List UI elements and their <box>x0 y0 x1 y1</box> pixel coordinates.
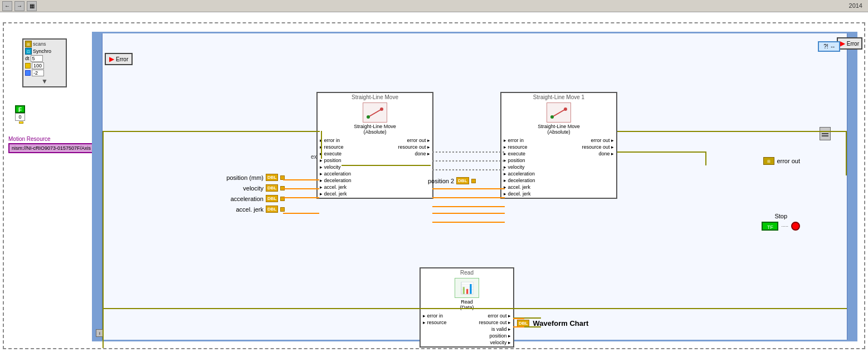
slm2-icon-row <box>501 102 616 123</box>
slm1-left-ports: ▸ error in ▸ resource ▸ execute ▸ positi… <box>320 138 352 197</box>
slm2-port-error-in: ▸ error in <box>504 138 535 143</box>
slm1-port-error-in: ▸ error in <box>320 138 352 143</box>
minus-row <box>25 70 64 76</box>
right-top-wire-h <box>617 131 847 132</box>
bundle-connector <box>820 127 831 140</box>
svg-line-0 <box>368 109 382 117</box>
slm1-icon-row <box>318 102 432 123</box>
scan-controls: ⊞ scans ⊡ Synchro dt <box>22 38 67 87</box>
angle-row <box>25 62 64 69</box>
read-right-ports: error out ▸ resource out ▸ is valid ▸ po… <box>479 313 511 345</box>
read-port-position: position ▸ <box>479 333 511 339</box>
slm2-icon <box>547 102 571 123</box>
vel-wire2-h <box>432 188 505 189</box>
read-ports: ▸ error in ▸ resource error out ▸ resour… <box>421 312 513 346</box>
sync-icon: ⊡ <box>25 48 32 55</box>
error-in-container: ▶ Error <box>105 53 133 65</box>
back-icon[interactable]: ← <box>2 1 12 11</box>
right-boolean-label: ?! <box>823 43 828 50</box>
position2-type: DBL <box>458 178 467 183</box>
dt-input[interactable] <box>31 55 43 62</box>
slm2-port-position: ▸ position <box>504 158 535 163</box>
slm1-ports: ▸ error in ▸ resource ▸ execute ▸ positi… <box>318 136 432 198</box>
velocity-label: velocity <box>213 185 264 192</box>
svg-point-1 <box>380 107 383 111</box>
decel-jerk-wire-h <box>432 222 505 223</box>
slm1-icon-svg <box>366 105 384 120</box>
slm1-port-acceleration: ▸ acceleration <box>320 171 352 177</box>
f-bool-container: F <box>15 105 27 124</box>
bottom-wire-h <box>103 308 847 309</box>
slm1-port-accel-jerk: ▸ accel. jerk <box>320 184 352 190</box>
dt-label: dt <box>25 56 30 61</box>
scan-icon: ⊞ <box>25 41 32 47</box>
timed-loop: i ▶ Error TF execute position (mm) <box>92 32 857 341</box>
slm1-port-resource-out: resource out ▸ <box>398 144 430 150</box>
slm-box-2: Straight-Line Move 1 Straight-Line Move(… <box>500 92 617 199</box>
stop-dots: ····· <box>781 223 788 229</box>
resource-wire-v1 <box>321 131 322 159</box>
minus-input[interactable] <box>32 70 44 76</box>
stop-tf[interactable]: TF <box>762 222 778 231</box>
sync-label: Synchro <box>33 48 51 54</box>
read-port-resource-out: resource out ▸ <box>479 320 511 325</box>
canvas-area: ⊞ scans ⊡ Synchro dt <box>0 12 868 352</box>
slm2-right-ports: error out ▸ resource out ▸ done ▸ <box>582 138 614 197</box>
acc-wire2-h <box>432 197 505 198</box>
accel-jerk-dbl: DBL <box>266 206 278 213</box>
velocity-row: velocity DBL <box>213 184 285 192</box>
toolbar: ← → ▦ 2014 <box>0 0 868 12</box>
read-port-resource: ▸ resource <box>423 320 447 325</box>
angle-input[interactable] <box>32 62 44 69</box>
slm2-port-resource: ▸ resource <box>504 144 535 150</box>
right-boolean-terminal: ?! -- <box>818 41 840 52</box>
year-label: 2014 <box>849 2 862 9</box>
slm1-port-error-out: error out ▸ <box>398 138 430 143</box>
stop-label: Stop <box>774 213 787 219</box>
svg-point-4 <box>564 107 567 111</box>
slm2-icon-svg <box>550 105 568 120</box>
error-right-wire <box>617 151 706 153</box>
slm2-port-resource-out: resource out ▸ <box>582 144 614 150</box>
slm1-title-text: Straight-Line Move <box>352 94 398 100</box>
position-mm-dbl: DBL <box>266 174 278 181</box>
read-port-error-out: error out ▸ <box>479 313 511 319</box>
position2-dot <box>471 179 476 183</box>
forward-icon[interactable]: → <box>14 1 25 11</box>
sync-row: ⊡ Synchro <box>25 48 64 55</box>
read-title: Read <box>421 268 513 277</box>
decel-wire-h <box>432 206 505 207</box>
f-indicator <box>19 121 23 124</box>
stop-button[interactable] <box>791 222 800 231</box>
slm2-port-error-out: error out ▸ <box>582 138 614 143</box>
slm2-port-deceleration: ▸ deceleration <box>504 178 535 183</box>
position2-container: position 2 DBL <box>428 177 476 184</box>
slm2-subtitle: Straight-Line Move(Absolute) <box>501 124 616 135</box>
slm1-title: Straight-Line Move <box>318 93 432 101</box>
dotted-wire-resource <box>432 160 505 162</box>
error-right-wire-v <box>705 151 706 165</box>
slm1-right-ports: error out ▸ resource out ▸ done ▸ <box>398 138 430 197</box>
slm1-port-execute: ▸ execute <box>320 151 352 157</box>
error-triangle: ▶ <box>109 55 114 63</box>
jerk-wire-h <box>283 213 319 214</box>
stop-section: Stop TF ····· <box>762 213 800 231</box>
waveform-wire <box>513 326 524 327</box>
execute-wire <box>342 165 431 166</box>
right-error-triangle: ▶ <box>840 40 845 47</box>
slm1-port-done: done ▸ <box>398 151 430 157</box>
svg-point-2 <box>367 115 370 119</box>
accel-jerk-row: accel. jerk DBL <box>213 206 285 213</box>
slm1-port-deceleration: ▸ deceleration <box>320 178 352 183</box>
document-icon[interactable]: ▦ <box>27 1 37 11</box>
f-bool-input[interactable] <box>15 113 25 121</box>
bundle-line-2 <box>822 133 828 134</box>
angle-icon <box>25 63 31 69</box>
read-vel-wire <box>513 318 524 319</box>
position2-label: position 2 <box>428 178 454 184</box>
read-port-velocity: velocity ▸ <box>479 340 511 345</box>
acceleration-row: acceleration DBL <box>213 195 285 202</box>
loop-left-bar <box>94 33 103 340</box>
acc-wire-h <box>283 197 319 198</box>
acceleration-label: acceleration <box>213 195 264 202</box>
